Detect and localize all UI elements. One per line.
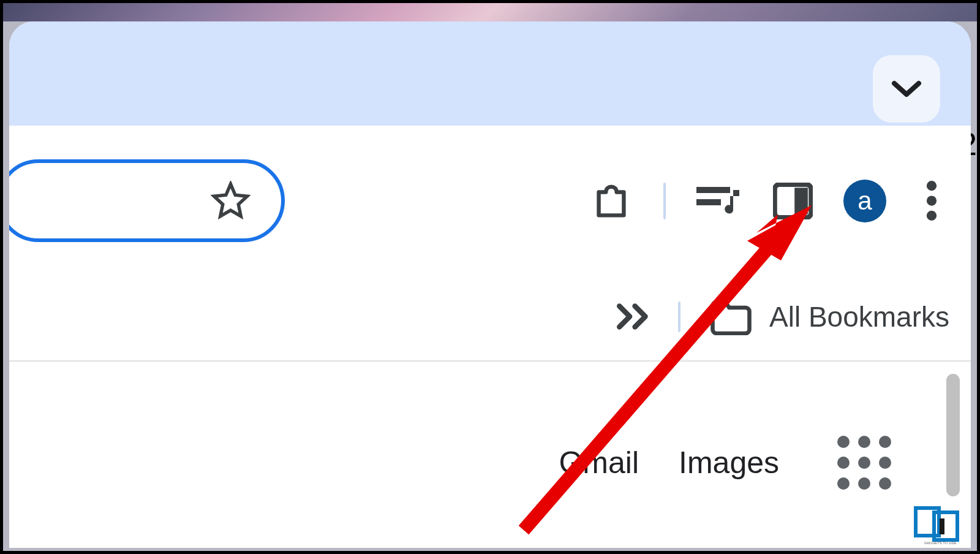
page-content: Gmail Images <box>9 362 971 548</box>
minimize-button[interactable] <box>873 55 940 123</box>
more-menu-button[interactable] <box>926 181 937 221</box>
panel-icon <box>773 183 813 219</box>
gmail-link[interactable]: Gmail <box>559 445 639 480</box>
scrollbar-thumb[interactable] <box>946 374 960 496</box>
google-apps-button[interactable] <box>837 436 891 490</box>
toolbar-actions: a <box>590 159 946 242</box>
svg-point-5 <box>927 195 937 205</box>
star-icon[interactable] <box>211 181 251 221</box>
toolbar-divider <box>663 183 666 219</box>
music-queue-icon <box>696 184 742 218</box>
svg-rect-1 <box>696 199 721 205</box>
toolbar: a <box>9 126 971 273</box>
images-link[interactable]: Images <box>679 445 779 480</box>
profile-avatar[interactable]: a <box>843 180 886 222</box>
svg-point-4 <box>927 181 937 191</box>
folder-icon <box>708 298 754 335</box>
chrome-browser-window: a All Bookmarks <box>9 21 971 548</box>
extensions-button[interactable] <box>590 180 633 222</box>
address-bar[interactable] <box>9 159 285 242</box>
bookmarks-bar: All Bookmarks <box>9 273 971 362</box>
svg-text:GADGETS TO USE: GADGETS TO USE <box>924 541 956 545</box>
bookmarks-divider <box>678 302 680 332</box>
apps-grid-icon <box>837 436 891 490</box>
all-bookmarks-label: All Bookmarks <box>769 300 949 333</box>
watermark-logo: GADGETS TO USE <box>913 505 968 545</box>
bookmarks-overflow-button[interactable] <box>617 303 650 330</box>
svg-rect-3 <box>794 188 808 214</box>
media-controls-button[interactable] <box>696 184 742 218</box>
svg-rect-13 <box>940 518 944 534</box>
puzzle-icon <box>590 180 633 222</box>
desktop-wallpaper <box>3 3 977 21</box>
svg-rect-0 <box>696 187 730 193</box>
tab-strip <box>9 21 971 126</box>
side-panel-button[interactable] <box>773 183 813 219</box>
avatar-initial: a <box>858 186 872 216</box>
all-bookmarks-button[interactable]: All Bookmarks <box>708 298 949 335</box>
chevron-down-icon <box>891 78 922 100</box>
svg-point-6 <box>927 211 937 221</box>
double-chevron-right-icon <box>617 303 650 330</box>
three-dots-icon <box>926 181 937 221</box>
